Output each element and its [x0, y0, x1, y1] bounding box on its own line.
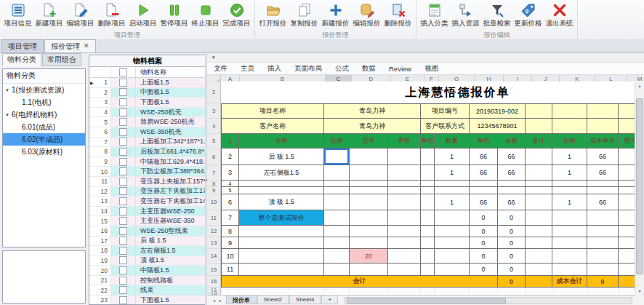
row-checkbox[interactable] [111, 285, 136, 295]
cell-A4[interactable]: 客户名称 [221, 119, 324, 134]
material-row[interactable]: 16WSE-250型线束 [89, 226, 206, 237]
cell-C5[interactable]: 品牌 [324, 134, 350, 148]
row-header-11[interactable]: 11 [207, 210, 221, 226]
cell-J10[interactable] [526, 194, 552, 210]
cell-J12[interactable] [526, 226, 552, 237]
cell-C7[interactable] [324, 165, 350, 181]
row-header-6[interactable]: 6 [207, 148, 221, 165]
ribbon-button-filter[interactable]: 批量检索 [481, 1, 512, 31]
cell-C6[interactable] [324, 148, 350, 165]
cell-F7[interactable] [421, 165, 435, 181]
sheet-tab-2[interactable]: Sheet2 [257, 296, 289, 304]
ribbon-button-db-edit[interactable]: 编辑报价 [351, 1, 382, 31]
row-checkbox[interactable] [111, 296, 136, 305]
cell-A6[interactable]: 2 [221, 148, 239, 165]
row-header-13[interactable]: 13 [207, 237, 221, 249]
cell-C12[interactable] [324, 226, 350, 237]
cell-I16[interactable]: 0 [498, 276, 526, 288]
cell-C4[interactable]: 青岛力神 [324, 119, 421, 134]
cell-A16[interactable]: 合计 [221, 276, 498, 288]
cell-C14[interactable] [324, 249, 350, 264]
row-checkbox[interactable] [111, 108, 136, 117]
cell-A3[interactable]: 项目名称 [221, 103, 324, 119]
sheet-menu-6[interactable]: 数据 [355, 64, 382, 74]
cell-G14[interactable] [435, 249, 470, 264]
cell-I5[interactable]: 金额 [498, 134, 526, 148]
material-row[interactable]: 13变压器右下夹板加工145* [89, 197, 206, 207]
material-row[interactable]: 12变压器左下夹板加工172* [89, 187, 206, 197]
cell-I11[interactable]: 0 [498, 210, 526, 226]
cell-H12[interactable]: 0 [470, 226, 498, 237]
row-header-12[interactable]: 12 [207, 226, 221, 237]
cell-G9[interactable] [435, 187, 470, 194]
row-checkbox[interactable] [111, 187, 136, 197]
cell-J6[interactable] [526, 148, 552, 165]
cell-L4[interactable] [587, 119, 619, 134]
cell-J3[interactable] [526, 103, 552, 119]
cell-F13[interactable] [421, 237, 435, 249]
scrollbar-thumb[interactable] [636, 98, 643, 274]
cell-B13[interactable] [239, 237, 324, 249]
cell-L14[interactable] [587, 249, 619, 264]
sidebar-tab-1[interactable]: 物料分类 [2, 53, 41, 66]
select-all-checkbox[interactable] [111, 67, 136, 77]
sheet-menu-3[interactable]: 插入 [261, 64, 288, 74]
cell-G7[interactable]: 1 [435, 165, 470, 181]
row-header-4[interactable]: 4 [207, 119, 221, 134]
sheet-menu-4[interactable]: 页面布局 [288, 64, 329, 74]
cell-L6[interactable]: 66 [587, 148, 619, 165]
material-row[interactable]: 11变压器上夹板加工157*22 [89, 177, 206, 187]
cell-K16[interactable]: 成本合计 [552, 276, 587, 288]
cell-J9[interactable] [526, 187, 552, 194]
cell-L12[interactable] [587, 226, 619, 237]
material-row[interactable]: 3下面板1.5 [89, 98, 206, 108]
cell-B5[interactable]: 名称 [239, 134, 324, 148]
ribbon-button-project-info[interactable]: 项目信息 [2, 1, 33, 31]
row-checkbox[interactable] [111, 237, 136, 246]
ribbon-button-plus[interactable]: 新建报价 [320, 1, 351, 31]
material-row[interactable]: 7上面板加工342*187*1.5 [89, 138, 206, 148]
cell-K12[interactable] [552, 226, 587, 237]
material-row[interactable]: 19顶 板1.5 [89, 256, 206, 266]
cell-A12[interactable]: 8 [221, 226, 239, 237]
cell-K13[interactable] [552, 237, 587, 249]
sheet-menu-5[interactable]: 公式 [329, 64, 355, 74]
cell-E6[interactable] [388, 148, 421, 165]
cell-K3[interactable] [552, 103, 587, 119]
cell-K14[interactable] [552, 249, 587, 264]
cell-B12[interactable] [239, 226, 324, 237]
doc-tab-1[interactable]: 项目管理 [1, 39, 44, 52]
material-row[interactable]: 1▶上面板1.5 [89, 78, 206, 88]
cell-E10[interactable] [388, 194, 421, 210]
cell-L13[interactable] [587, 237, 619, 249]
cell-I10[interactable]: 66 [498, 194, 526, 210]
cell-D7[interactable] [350, 165, 388, 181]
cell-E14[interactable] [388, 249, 421, 264]
chevron-down-icon[interactable]: ▾ [212, 55, 215, 60]
cell-H6[interactable]: 66 [470, 148, 498, 165]
cell-H9[interactable] [470, 187, 498, 194]
cell-B10[interactable]: 顶 板 1.5 [239, 194, 324, 210]
material-row[interactable]: 14主变压器WSE-250 [89, 207, 206, 217]
cell-H10[interactable]: 66 [470, 194, 498, 210]
cell-L9[interactable] [587, 187, 619, 194]
cell-A5[interactable]: 1 [221, 134, 239, 148]
cell-F3[interactable]: 项目编号 [421, 103, 470, 119]
ribbon-button-doc-edit[interactable]: 编辑项目 [65, 1, 96, 31]
tree-item[interactable]: ▾1(报价测试资源) [3, 84, 85, 96]
cell-J14[interactable] [526, 249, 552, 264]
cell-H4[interactable]: 12345678901 [470, 119, 526, 134]
sheet-menu-8[interactable]: 视图 [418, 64, 445, 74]
row-checkbox[interactable] [111, 147, 136, 157]
row-header-9[interactable]: 9 [207, 187, 221, 194]
scroll-down-icon[interactable]: ▾ [635, 288, 644, 296]
cell-E7[interactable] [388, 165, 421, 181]
cell-A11[interactable]: 7 [221, 210, 239, 226]
row-checkbox[interactable] [111, 197, 136, 206]
cell-F6[interactable] [421, 148, 435, 165]
cell-B7[interactable]: 左右侧板1.5 [239, 165, 324, 181]
material-row[interactable]: 23下面板1.5 [89, 296, 206, 305]
row-header-5[interactable]: 5 [207, 134, 221, 148]
row-checkbox[interactable] [111, 117, 136, 127]
ribbon-button-quote-delete[interactable]: 删除报价 [382, 1, 414, 31]
